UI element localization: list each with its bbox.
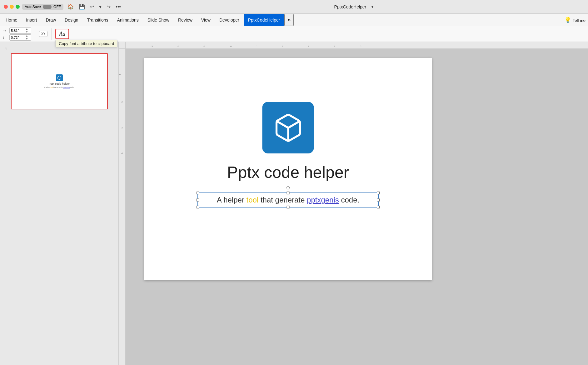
ruler-mark-4: 4 xyxy=(334,45,335,48)
width-row: ↔ ▲ ▼ xyxy=(2,28,31,34)
titlebar-center: PptxCodeHelper ▾ xyxy=(125,4,584,10)
height-down-arrow[interactable]: ▼ xyxy=(25,38,28,41)
top-ruler: -3 -2 -1 0 1 2 3 4 5 xyxy=(119,42,588,49)
font-attr-label: Aa xyxy=(59,31,65,37)
handle-bl[interactable] xyxy=(197,206,199,208)
height-spinners: ▲ ▼ xyxy=(25,34,28,41)
xy-label: XY xyxy=(41,32,45,36)
undo-icon: ↩ xyxy=(90,4,94,9)
xy-button[interactable]: XY xyxy=(39,31,47,37)
save-button[interactable]: 💾 xyxy=(77,3,87,11)
menu-right: 💡 Tell me xyxy=(564,14,588,26)
height-input[interactable] xyxy=(10,36,25,39)
font-attr-tooltip: Copy font attribute to clipboard xyxy=(55,40,117,48)
doc-menu-button[interactable]: ▾ xyxy=(370,4,375,10)
thumb-logo-icon xyxy=(56,74,63,81)
doc-title: PptxCodeHelper xyxy=(334,4,366,9)
menu-more-button[interactable]: » xyxy=(284,14,294,26)
width-up-arrow[interactable]: ▲ xyxy=(25,28,28,31)
handle-tl[interactable] xyxy=(197,192,199,194)
main-area: 1 Pptx code helper A helper tool that ge… xyxy=(0,42,588,365)
tell-me-button[interactable]: 💡 Tell me xyxy=(564,17,586,23)
menu-item-home[interactable]: Home xyxy=(1,14,22,26)
slide-thumbnail[interactable]: Pptx code helper A helper tool that gene… xyxy=(11,53,108,109)
handle-tr[interactable] xyxy=(377,192,380,194)
ruler-mark-3: 3 xyxy=(308,45,309,48)
width-icon: ↔ xyxy=(2,28,9,33)
menu-item-animations[interactable]: Animations xyxy=(113,14,143,26)
height-row: ↕ ▲ ▼ xyxy=(2,34,31,41)
slide-logo-area xyxy=(262,102,314,153)
handle-br[interactable] xyxy=(377,206,380,208)
v-ruler-mark-1: 1 xyxy=(119,74,125,75)
handle-bc[interactable] xyxy=(287,206,290,208)
autosave-toggle[interactable] xyxy=(43,5,52,9)
slide-number: 1 xyxy=(5,47,7,51)
subtitle-text-normal-1: A helper xyxy=(217,196,247,204)
minimize-button[interactable] xyxy=(10,5,14,9)
menu-item-review[interactable]: Review xyxy=(174,14,197,26)
home-button[interactable]: 🏠 xyxy=(66,3,75,11)
subtitle-text-normal-3: code. xyxy=(339,196,359,204)
font-attr-button[interactable]: Aa xyxy=(55,29,69,39)
menu-item-design[interactable]: Design xyxy=(60,14,83,26)
chevron-down-icon: ▾ xyxy=(99,4,102,9)
ruler-mark-0: 0 xyxy=(230,45,232,48)
ruler-mark--3: -3 xyxy=(151,45,153,48)
autosave-state: OFF xyxy=(53,5,61,9)
toolbar-area: ↔ ▲ ▼ ↕ ▲ ▼ XY Aa xyxy=(0,26,588,42)
logo-box xyxy=(262,102,314,153)
subtitle-text-normal-2: that generate xyxy=(258,196,307,204)
slide-canvas: Pptx code helper A helper tool that gene… xyxy=(126,49,588,365)
width-input[interactable] xyxy=(10,29,25,32)
toolbar-icons: 🏠 💾 ↩ ▾ ↪ ••• xyxy=(66,3,122,11)
menu-item-insert[interactable]: Insert xyxy=(22,14,41,26)
ruler-mark--2: -2 xyxy=(177,45,179,48)
undo-more-button[interactable]: ▾ xyxy=(97,3,103,11)
undo-button[interactable]: ↩ xyxy=(88,3,96,11)
close-button[interactable] xyxy=(4,5,8,9)
handle-tc[interactable] xyxy=(287,192,290,194)
ruler-mark-5: 5 xyxy=(360,45,361,48)
menu-item-transitions[interactable]: Transitions xyxy=(83,14,113,26)
autosave-label: AutoSave xyxy=(25,5,41,9)
menu-item-view[interactable]: View xyxy=(197,14,215,26)
menubar: Home Insert Draw Design Transitions Anim… xyxy=(0,14,588,26)
more-icon: ••• xyxy=(116,4,121,9)
size-inputs: ↔ ▲ ▼ ↕ ▲ ▼ xyxy=(2,28,31,41)
handle-mr[interactable] xyxy=(377,199,380,202)
v-ruler-mark-4: 4 xyxy=(119,152,125,155)
canvas-wrapper: -3 -2 -1 0 1 2 3 4 5 1 2 3 4 xyxy=(119,42,588,365)
redo-button[interactable]: ↪ xyxy=(105,3,112,11)
redo-icon: ↪ xyxy=(107,4,111,9)
menu-item-slideshow[interactable]: Slide Show xyxy=(143,14,174,26)
slide-subtitle-box[interactable]: A helper tool that generate pptxgenis co… xyxy=(197,192,379,208)
menu-item-draw[interactable]: Draw xyxy=(41,14,60,26)
handle-ml[interactable] xyxy=(197,199,199,202)
thumb-subtitle: A helper tool that generate pptxgenie co… xyxy=(44,86,74,88)
lightbulb-icon: 💡 xyxy=(564,17,571,23)
autosave-button[interactable]: AutoSave OFF xyxy=(22,4,63,10)
toolbar-divider-1 xyxy=(35,28,35,40)
save-icon: 💾 xyxy=(79,4,85,9)
slide-title: Pptx code helper xyxy=(227,163,349,182)
width-spinners: ▲ ▼ xyxy=(25,28,28,34)
menu-item-developer[interactable]: Developer xyxy=(215,14,244,26)
handle-rotate[interactable] xyxy=(287,186,290,189)
height-up-arrow[interactable]: ▲ xyxy=(25,34,28,38)
more-tools-button[interactable]: ••• xyxy=(114,3,122,11)
width-down-arrow[interactable]: ▼ xyxy=(25,31,28,34)
slide-page: Pptx code helper A helper tool that gene… xyxy=(144,58,432,280)
titlebar: AutoSave OFF 🏠 💾 ↩ ▾ ↪ ••• PptxCodeHelpe… xyxy=(0,0,588,14)
subtitle-text-link: pptxgenis xyxy=(307,196,339,204)
v-ruler-mark-3: 3 xyxy=(119,126,125,129)
font-attr-wrapper: Aa Copy font attribute to clipboard xyxy=(55,29,69,39)
menu-item-pptxcodehelper[interactable]: PptxCodeHelper xyxy=(244,14,285,26)
height-input-box: ▲ ▼ xyxy=(9,34,31,41)
traffic-lights xyxy=(4,5,20,9)
ruler-mark-1: 1 xyxy=(256,45,257,48)
ruler-mark-2: 2 xyxy=(282,45,283,48)
maximize-button[interactable] xyxy=(16,5,20,9)
home-icon: 🏠 xyxy=(67,4,74,9)
ruler-corner xyxy=(119,42,126,48)
